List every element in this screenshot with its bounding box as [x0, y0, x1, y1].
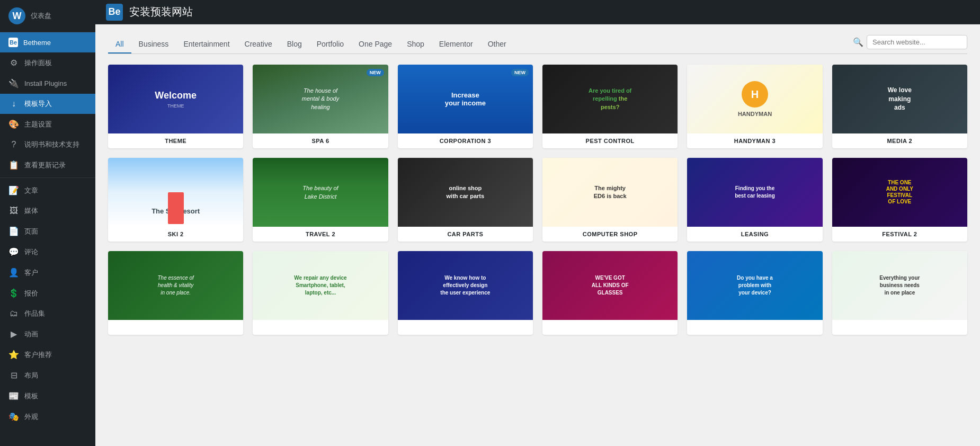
- filter-tab-all[interactable]: All: [108, 35, 131, 53]
- sidebar-item-media[interactable]: 🖼 媒体: [0, 201, 95, 221]
- firm-preview-text: Everything yourbusiness needsin one plac…: [879, 274, 920, 297]
- theme-card-spa6[interactable]: NEW The house ofmental & bodyhealing SPA…: [253, 65, 388, 148]
- theme-card-label-theme: THEME: [108, 133, 243, 148]
- sidebar-item-install-plugins[interactable]: 🔌 Install Plugins: [0, 73, 95, 94]
- filter-tab-one-page[interactable]: One Page: [351, 35, 399, 53]
- corp-preview-text: Increaseyour income: [445, 91, 486, 107]
- portfolio-icon: 🗂: [8, 309, 19, 318]
- sidebar-item-portfolio[interactable]: 🗂 作品集: [0, 304, 95, 324]
- theme-card-ski2[interactable]: The Ski Resort SKI 2: [108, 158, 243, 242]
- leasing-preview-text: Finding you thebest car leasing: [735, 185, 775, 200]
- theme-card-img-media2: We lovemakingads: [832, 65, 967, 133]
- filter-tab-elementor[interactable]: Elementor: [432, 35, 480, 53]
- sidebar-divider-1: [0, 177, 95, 178]
- theme-card-img-agency: We know how toeffectively designthe user…: [398, 251, 533, 320]
- theme-card-festival2[interactable]: THE ONEAND ONLYFESTIVALOF LOVE FESTIVAL …: [832, 158, 967, 242]
- agency-preview-text: We know how toeffectively designthe user…: [440, 274, 490, 297]
- search-input[interactable]: [867, 35, 967, 49]
- theme-card-label-pest: PEST CONTROL: [542, 133, 678, 148]
- theme-card-carparts[interactable]: online shopwith car parts CAR PARTS: [398, 158, 533, 242]
- filter-tab-entertainment[interactable]: Entertainment: [176, 35, 237, 53]
- theme-card-label-leasing: LEASING: [687, 227, 822, 242]
- badge-new-spa6: NEW: [367, 69, 384, 76]
- theme-card-compshop[interactable]: The mightyED6 is back COMPUTER SHOP: [542, 158, 678, 242]
- filter-tab-shop[interactable]: Shop: [399, 35, 432, 53]
- testimonials-label: 客户推荐: [24, 350, 52, 360]
- health-preview-text: The essence ofhealth & vitalityin one pl…: [157, 274, 193, 297]
- sidebar-item-changelog[interactable]: 📋 查看更新记录: [0, 155, 95, 175]
- theme-card-img-theme: Welcome THEME: [108, 65, 243, 133]
- actions-icon: ⚙: [8, 58, 19, 68]
- repair-preview-text: We repair any deviceSmartphone, tablet,l…: [294, 274, 346, 297]
- theme-card-repair[interactable]: We repair any deviceSmartphone, tablet,l…: [253, 251, 388, 335]
- optics-preview-text: WE'VE GOTALL KINDS OFGLASSES: [592, 274, 629, 297]
- theme-card-img-itservice: Do you have aproblem withyour device?: [687, 251, 822, 320]
- portfolio-label: 作品集: [24, 309, 45, 318]
- theme-card-label-spa6: SPA 6: [253, 133, 388, 148]
- sidebar-item-import-template[interactable]: ↓ 模板导入: [0, 94, 95, 114]
- pages-label: 页面: [24, 227, 38, 236]
- sidebar-item-actions[interactable]: ⚙ 操作面板: [0, 52, 95, 73]
- theme-card-agency[interactable]: We know how toeffectively designthe user…: [398, 251, 533, 335]
- sidebar-item-templates[interactable]: 📰 模板: [0, 386, 95, 406]
- betheme-icon: Be: [8, 38, 18, 47]
- theme-card-handyman3[interactable]: H HANDYMAN HANDYMAN 3: [687, 65, 822, 148]
- theme-card-label-agency: [398, 320, 533, 335]
- theme-card-itservice[interactable]: Do you have aproblem withyour device?: [687, 251, 822, 335]
- carparts-preview-text: online shopwith car parts: [447, 184, 485, 201]
- filter-tab-portfolio[interactable]: Portfolio: [309, 35, 351, 53]
- sidebar-item-external[interactable]: 🎭 外观: [0, 406, 95, 427]
- animation-icon: ▶: [8, 329, 19, 339]
- theme-card-corp3[interactable]: NEW Increaseyour income CORPORATION 3: [398, 65, 533, 148]
- theme-card-label-handyman3: HANDYMAN 3: [687, 133, 822, 148]
- theme-preview-text: Welcome: [155, 90, 197, 101]
- theme-card-img-carparts: online shopwith car parts: [398, 158, 533, 227]
- theme-card-img-compshop: The mightyED6 is back: [542, 158, 678, 227]
- sidebar-item-comments[interactable]: 💬 评论: [0, 242, 95, 262]
- theme-card-firm[interactable]: Everything yourbusiness needsin one plac…: [832, 251, 967, 335]
- theme-preview-sub: THEME: [167, 103, 184, 109]
- articles-icon: 📝: [8, 185, 19, 195]
- sidebar-item-quotes[interactable]: 💲 报价: [0, 283, 95, 304]
- spa-preview-text: The house ofmental & bodyhealing: [302, 87, 339, 111]
- theme-settings-icon: 🎨: [8, 119, 19, 129]
- sidebar-item-layout[interactable]: ⊟ 布局: [0, 365, 95, 386]
- media-label: 媒体: [24, 206, 38, 216]
- external-label: 外观: [24, 412, 38, 422]
- theme-card-img-pest: Are you tired ofrepelling thepests?: [542, 65, 678, 133]
- sidebar-item-pages[interactable]: 📄 页面: [0, 221, 95, 242]
- theme-card-img-ski2: The Ski Resort: [108, 158, 243, 227]
- sidebar-item-theme-settings[interactable]: 🎨 主题设置: [0, 114, 95, 135]
- theme-card-media2[interactable]: We lovemakingads MEDIA 2: [832, 65, 967, 148]
- filter-tab-business[interactable]: Business: [131, 35, 176, 53]
- sidebar-item-docs[interactable]: ? 说明书和技术支持: [0, 135, 95, 155]
- theme-card-travel2[interactable]: The beauty ofLake District TRAVEL 2: [253, 158, 388, 242]
- theme-card-img-health: The essence ofhealth & vitalityin one pl…: [108, 251, 243, 320]
- theme-card-img-travel2: The beauty ofLake District: [253, 158, 388, 227]
- itservice-preview-text: Do you have aproblem withyour device?: [737, 274, 773, 297]
- topbar-logo: Be: [106, 4, 123, 21]
- sidebar-item-animation[interactable]: ▶ 动画: [0, 324, 95, 344]
- theme-card-img-firm: Everything yourbusiness needsin one plac…: [832, 251, 967, 320]
- sidebar-item-betheme[interactable]: Be Betheme: [0, 32, 95, 52]
- filter-tab-other[interactable]: Other: [480, 35, 514, 53]
- theme-card-label-health: [108, 320, 243, 335]
- theme-card-theme[interactable]: Welcome THEME THEME: [108, 65, 243, 148]
- filter-tab-blog[interactable]: Blog: [280, 35, 309, 53]
- theme-card-label-compshop: COMPUTER SHOP: [542, 227, 678, 242]
- handyman-preview-text: H HANDYMAN: [738, 81, 772, 117]
- sidebar-item-testimonials[interactable]: ⭐ 客户推荐: [0, 344, 95, 365]
- theme-card-optics[interactable]: WE'VE GOTALL KINDS OFGLASSES: [542, 251, 678, 335]
- content-area: All Business Entertainment Creative Blog…: [95, 24, 980, 446]
- templates-icon: 📰: [8, 391, 19, 401]
- comments-label: 评论: [24, 247, 38, 257]
- theme-card-leasing[interactable]: Finding you thebest car leasing LEASING: [687, 158, 822, 242]
- topbar: Be 安装预装网站: [95, 0, 980, 24]
- theme-card-pest[interactable]: Are you tired ofrepelling thepests? PEST…: [542, 65, 678, 148]
- search-icon: 🔍: [853, 37, 863, 47]
- theme-card-health[interactable]: The essence ofhealth & vitalityin one pl…: [108, 251, 243, 335]
- layout-icon: ⊟: [8, 370, 19, 380]
- sidebar-item-clients[interactable]: 👤 客户: [0, 262, 95, 283]
- filter-tab-creative[interactable]: Creative: [237, 35, 280, 53]
- sidebar-item-articles[interactable]: 📝 文章: [0, 180, 95, 201]
